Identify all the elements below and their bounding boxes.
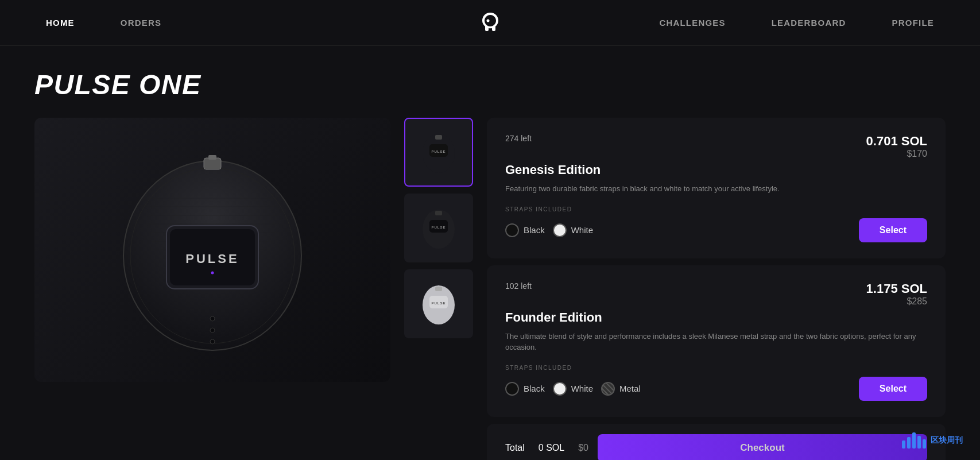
nav-right: CHALLENGES LEADERBOARD PROFILE <box>659 18 934 28</box>
bottom-logo: 区块周刊 <box>902 432 963 449</box>
total-label: Total <box>505 443 525 453</box>
svg-text:PULSE: PULSE <box>185 252 239 266</box>
genesis-price-block: 0.701 SOL $170 <box>866 134 927 159</box>
product-cards: 274 left 0.701 SOL $170 Genesis Edition … <box>487 118 946 460</box>
thumbnail-3[interactable]: PULSE <box>404 269 473 338</box>
genesis-price-sol: 0.701 SOL <box>866 134 927 149</box>
product-title: PULSE ONE <box>34 69 946 100</box>
genesis-select-button[interactable]: Select <box>859 218 927 242</box>
white-label: White <box>571 225 593 235</box>
founder-edition-desc: The ultimate blend of style and performa… <box>505 331 927 353</box>
logo-bars-icon <box>902 432 926 449</box>
founder-straps-label: STRAPS INCLUDED <box>505 365 927 371</box>
founder-black-label: Black <box>524 384 545 393</box>
svg-text:PULSE: PULSE <box>431 301 446 305</box>
thumbnail-2[interactable]: PULSE <box>404 194 473 262</box>
nav-home[interactable]: HOME <box>46 18 75 28</box>
black-swatch <box>505 223 519 237</box>
navigation: HOME ORDERS CHALLENGES LEADERBOARD PROFI… <box>0 0 980 46</box>
genesis-edition-name: Genesis Edition <box>505 163 927 177</box>
product-layout: PULSE PULSE <box>34 118 946 460</box>
checkout-bar: Total 0 SOL $0 Checkout <box>487 424 946 461</box>
founder-strap-black: Black <box>505 382 545 396</box>
checkout-button[interactable]: Checkout <box>598 434 927 461</box>
founder-metal-swatch <box>601 382 615 396</box>
bar-1 <box>902 440 905 449</box>
svg-rect-28 <box>435 135 442 140</box>
svg-point-21 <box>211 272 214 275</box>
nav-left: HOME ORDERS <box>46 18 161 28</box>
svg-point-22 <box>210 316 215 321</box>
page-content: PULSE ONE <box>0 46 980 460</box>
founder-strap-white: White <box>553 382 593 396</box>
genesis-strap-black: Black <box>505 223 545 237</box>
svg-text:PULSE: PULSE <box>431 150 446 153</box>
nav-challenges[interactable]: CHALLENGES <box>659 18 725 28</box>
genesis-card-header: 274 left 0.701 SOL $170 <box>505 134 927 159</box>
svg-text:PULSE: PULSE <box>431 226 446 229</box>
svg-rect-36 <box>435 287 442 291</box>
founder-price-sol: 1.175 SOL <box>866 281 927 296</box>
founder-straps-row: Black White Metal Select <box>505 377 927 401</box>
founder-metal-label: Metal <box>619 384 641 393</box>
nav-profile[interactable]: PROFILE <box>892 18 934 28</box>
bottom-logo-text: 区块周刊 <box>931 435 963 446</box>
bar-4 <box>917 436 921 449</box>
black-label: Black <box>524 225 545 235</box>
nav-leaderboard[interactable]: LEADERBOARD <box>772 18 846 28</box>
genesis-strap-white: White <box>553 223 593 237</box>
svg-rect-32 <box>435 211 442 215</box>
product-thumbnails: PULSE PULSE PULSE <box>404 118 473 338</box>
founder-strap-metal: Metal <box>601 382 641 396</box>
main-product-image: PULSE <box>34 118 390 382</box>
founder-edition-name: Founder Edition <box>505 310 927 325</box>
bar-3 <box>912 432 916 449</box>
founder-black-swatch <box>505 382 519 396</box>
bar-2 <box>907 437 911 449</box>
svg-point-24 <box>210 339 215 344</box>
founder-white-label: White <box>571 384 593 393</box>
svg-point-23 <box>210 328 215 333</box>
nav-orders[interactable]: ORDERS <box>121 18 161 28</box>
genesis-availability: 274 left <box>505 134 532 143</box>
svg-point-0 <box>486 19 489 22</box>
svg-rect-17 <box>208 155 216 160</box>
founder-select-button[interactable]: Select <box>859 377 927 401</box>
founder-white-swatch <box>553 382 567 396</box>
founder-price-usd: $285 <box>866 296 927 307</box>
bar-5 <box>923 439 926 449</box>
white-swatch <box>553 223 567 237</box>
founder-edition-card: 102 left 1.175 SOL $285 Founder Edition … <box>487 265 946 417</box>
nav-logo[interactable] <box>479 10 502 36</box>
founder-card-header: 102 left 1.175 SOL $285 <box>505 281 927 307</box>
total-usd-value: $0 <box>578 443 588 453</box>
founder-price-block: 1.175 SOL $285 <box>866 281 927 307</box>
thumbnail-1[interactable]: PULSE <box>404 118 473 187</box>
genesis-price-usd: $170 <box>866 149 927 159</box>
genesis-straps-row: Black White Select <box>505 218 927 242</box>
genesis-straps-label: STRAPS INCLUDED <box>505 206 927 212</box>
founder-availability: 102 left <box>505 281 532 291</box>
genesis-edition-card: 274 left 0.701 SOL $170 Genesis Edition … <box>487 118 946 258</box>
total-sol-value: 0 SOL <box>539 443 564 453</box>
genesis-edition-desc: Featuring two durable fabric straps in b… <box>505 183 927 195</box>
